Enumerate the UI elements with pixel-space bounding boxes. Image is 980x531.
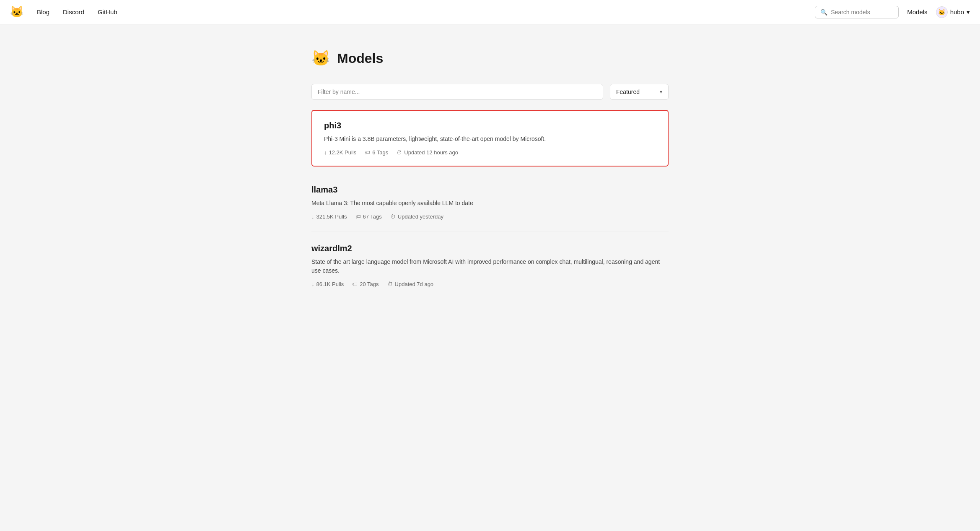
model-name: phi3 xyxy=(324,121,656,130)
model-card-wizardlm2[interactable]: wizardlm2 State of the art large languag… xyxy=(311,232,669,299)
logo-icon: 🐱 xyxy=(10,5,23,18)
user-menu[interactable]: 🐱 hubo ▾ xyxy=(936,6,970,18)
main-content: 🐱 Models Featured ▾ phi3 Phi-3 Mini is a… xyxy=(301,24,679,316)
nav-link-discord[interactable]: Discord xyxy=(63,8,84,16)
clock-icon: ⏱ xyxy=(387,281,393,287)
models-list: phi3 Phi-3 Mini is a 3.8B parameters, li… xyxy=(311,110,669,299)
clock-icon: ⏱ xyxy=(390,213,396,220)
model-card-llama3[interactable]: llama3 Meta Llama 3: The most capable op… xyxy=(311,173,669,232)
nav-link-github[interactable]: GitHub xyxy=(98,8,117,16)
updated-meta: ⏱ Updated yesterday xyxy=(390,213,443,220)
model-meta: ↓ 12.2K Pulls 🏷 6 Tags ⏱ Updated 12 hour… xyxy=(324,149,656,156)
filter-row: Featured ▾ xyxy=(311,84,669,100)
pulls-value: 86.1K Pulls xyxy=(316,281,344,287)
navbar-left: 🐱 Blog Discord GitHub xyxy=(10,5,117,18)
updated-value: Updated yesterday xyxy=(398,213,443,220)
avatar: 🐱 xyxy=(936,6,948,18)
chevron-down-icon: ▾ xyxy=(660,89,662,95)
pulls-value: 12.2K Pulls xyxy=(329,149,357,156)
pulls-value: 321.5K Pulls xyxy=(316,213,347,220)
tags-value: 67 Tags xyxy=(363,213,382,220)
model-meta: ↓ 86.1K Pulls 🏷 20 Tags ⏱ Updated 7d ago xyxy=(311,281,669,287)
tags-meta: 🏷 6 Tags xyxy=(365,149,388,156)
model-description: Meta Llama 3: The most capable openly av… xyxy=(311,199,669,208)
model-name: llama3 xyxy=(311,185,669,195)
tag-icon: 🏷 xyxy=(352,281,358,287)
search-icon: 🔍 xyxy=(820,9,827,16)
clock-icon: ⏱ xyxy=(397,149,402,156)
download-icon: ↓ xyxy=(311,281,314,287)
username-label: hubo xyxy=(950,8,964,16)
sort-dropdown[interactable]: Featured ▾ xyxy=(610,84,669,100)
nav-models-link[interactable]: Models xyxy=(907,8,927,16)
tag-icon: 🏷 xyxy=(355,213,361,220)
filter-input[interactable] xyxy=(311,84,603,100)
page-header-icon: 🐱 xyxy=(311,49,330,67)
search-input[interactable] xyxy=(831,9,893,16)
updated-meta: ⏱ Updated 7d ago xyxy=(387,281,434,287)
pulls-meta: ↓ 321.5K Pulls xyxy=(311,213,347,220)
tags-value: 20 Tags xyxy=(360,281,379,287)
tag-icon: 🏷 xyxy=(365,149,370,156)
updated-value: Updated 7d ago xyxy=(395,281,434,287)
download-icon: ↓ xyxy=(311,213,314,220)
sort-label: Featured xyxy=(616,88,640,95)
navbar-search-bar[interactable]: 🔍 xyxy=(815,6,899,18)
tags-value: 6 Tags xyxy=(372,149,388,156)
updated-meta: ⏱ Updated 12 hours ago xyxy=(397,149,458,156)
model-card-phi3[interactable]: phi3 Phi-3 Mini is a 3.8B parameters, li… xyxy=(311,110,669,167)
navbar-right: 🔍 Models 🐱 hubo ▾ xyxy=(815,6,970,18)
model-description: Phi-3 Mini is a 3.8B parameters, lightwe… xyxy=(324,135,656,143)
page-header: 🐱 Models xyxy=(311,49,669,67)
model-meta: ↓ 321.5K Pulls 🏷 67 Tags ⏱ Updated yeste… xyxy=(311,213,669,220)
model-name: wizardlm2 xyxy=(311,244,669,253)
tags-meta: 🏷 20 Tags xyxy=(352,281,379,287)
user-chevron-icon: ▾ xyxy=(967,8,970,16)
logo[interactable]: 🐱 xyxy=(10,5,23,18)
tags-meta: 🏷 67 Tags xyxy=(355,213,382,220)
download-icon: ↓ xyxy=(324,149,327,156)
updated-value: Updated 12 hours ago xyxy=(404,149,458,156)
nav-link-blog[interactable]: Blog xyxy=(37,8,49,16)
page-title: Models xyxy=(337,51,383,66)
pulls-meta: ↓ 12.2K Pulls xyxy=(324,149,356,156)
model-description: State of the art large language model fr… xyxy=(311,258,669,275)
navbar: 🐱 Blog Discord GitHub 🔍 Models 🐱 hubo ▾ xyxy=(0,0,980,24)
pulls-meta: ↓ 86.1K Pulls xyxy=(311,281,344,287)
